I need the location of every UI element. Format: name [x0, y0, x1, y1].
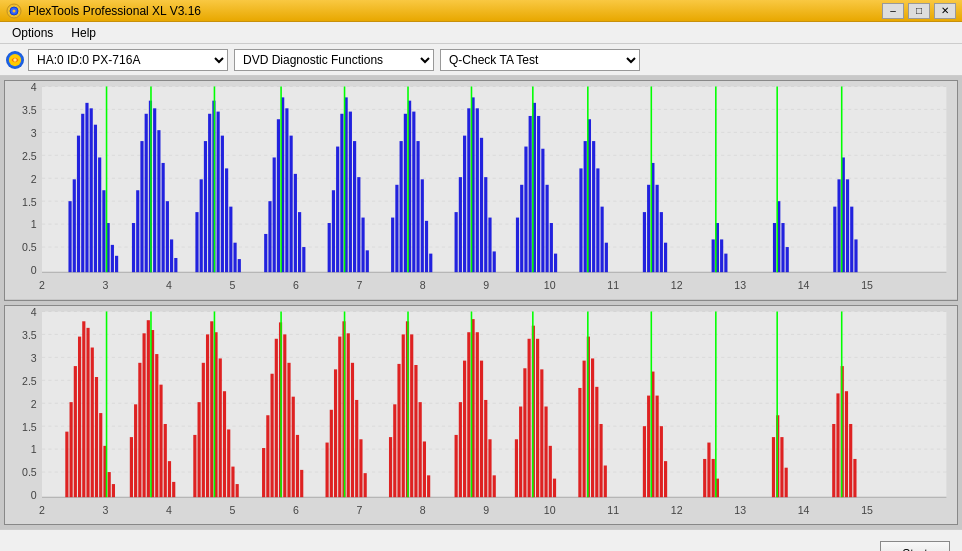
svg-text:7: 7: [356, 278, 362, 290]
charts-area: 4 3.5 3 2.5 2 1.5 1 0.5 0 2 3 4 5 6 7: [0, 76, 962, 529]
svg-rect-198: [70, 402, 73, 497]
svg-rect-149: [724, 254, 727, 273]
menu-help[interactable]: Help: [63, 24, 104, 42]
svg-rect-202: [86, 327, 89, 496]
svg-rect-276: [493, 475, 496, 497]
svg-rect-90: [340, 114, 343, 272]
svg-rect-318: [849, 423, 852, 496]
svg-rect-294: [599, 423, 602, 496]
svg-rect-204: [95, 377, 98, 497]
svg-text:4: 4: [166, 278, 172, 290]
svg-rect-148: [720, 239, 723, 272]
svg-rect-84: [298, 212, 301, 272]
svg-rect-143: [660, 212, 663, 272]
svg-rect-246: [330, 409, 333, 496]
svg-text:3: 3: [31, 351, 37, 363]
svg-rect-159: [846, 179, 849, 272]
svg-rect-154: [786, 247, 789, 272]
svg-rect-301: [660, 426, 663, 497]
svg-text:4: 4: [31, 81, 37, 93]
svg-rect-309: [772, 437, 775, 497]
maximize-button[interactable]: □: [908, 3, 930, 19]
svg-rect-228: [219, 358, 222, 497]
svg-rect-258: [397, 363, 400, 496]
test-select[interactable]: Q-Check TA Test: [440, 49, 640, 71]
svg-rect-285: [544, 406, 547, 497]
app-icon: [6, 3, 22, 19]
svg-rect-223: [198, 402, 201, 497]
svg-text:3.5: 3.5: [22, 328, 37, 340]
svg-rect-125: [537, 116, 540, 272]
svg-rect-287: [553, 478, 556, 497]
svg-text:1.5: 1.5: [22, 195, 37, 207]
svg-text:3: 3: [31, 127, 37, 139]
svg-rect-231: [231, 466, 234, 497]
svg-rect-95: [361, 218, 364, 273]
svg-rect-298: [647, 395, 650, 497]
svg-rect-126: [541, 149, 544, 272]
svg-rect-314: [832, 423, 835, 496]
svg-rect-286: [549, 445, 552, 496]
svg-text:9: 9: [483, 278, 489, 290]
svg-text:15: 15: [861, 503, 873, 515]
svg-text:2: 2: [31, 397, 37, 409]
svg-rect-109: [455, 212, 458, 272]
svg-rect-312: [785, 467, 788, 496]
svg-rect-210: [130, 437, 133, 497]
close-button[interactable]: ✕: [934, 3, 956, 19]
svg-rect-81: [285, 108, 288, 272]
svg-rect-234: [262, 448, 265, 497]
drive-select[interactable]: HA:0 ID:0 PX-716A: [28, 49, 228, 71]
menu-options[interactable]: Options: [4, 24, 61, 42]
svg-rect-164: [42, 311, 946, 497]
svg-text:6: 6: [293, 278, 299, 290]
svg-rect-67: [208, 114, 211, 272]
toolbar: HA:0 ID:0 PX-716A DVD Diagnostic Functio…: [0, 44, 962, 76]
svg-rect-214: [147, 320, 150, 497]
svg-rect-317: [845, 391, 848, 497]
svg-rect-269: [463, 360, 466, 497]
top-chart: 4 3.5 3 2.5 2 1.5 1 0.5 0 2 3 4 5 6 7: [4, 80, 958, 301]
svg-text:3: 3: [103, 278, 109, 290]
start-button[interactable]: Start: [880, 541, 950, 552]
svg-text:0: 0: [31, 264, 37, 276]
minimize-button[interactable]: –: [882, 3, 904, 19]
svg-rect-142: [656, 185, 659, 272]
svg-rect-93: [353, 141, 356, 272]
svg-rect-64: [195, 212, 198, 272]
svg-rect-242: [296, 434, 299, 496]
svg-rect-135: [596, 168, 599, 272]
svg-rect-116: [484, 177, 487, 272]
svg-rect-117: [488, 218, 491, 273]
svg-rect-225: [206, 334, 209, 497]
svg-rect-284: [540, 369, 543, 497]
svg-text:2.5: 2.5: [22, 374, 37, 386]
metrics-right: Start i: [880, 541, 950, 552]
svg-rect-99: [395, 185, 398, 272]
svg-rect-70: [221, 136, 224, 273]
svg-rect-65: [200, 179, 203, 272]
svg-rect-118: [493, 251, 496, 272]
svg-rect-237: [275, 338, 278, 496]
svg-text:2: 2: [39, 503, 45, 515]
svg-rect-132: [584, 141, 587, 272]
svg-rect-104: [416, 141, 419, 272]
svg-rect-278: [515, 439, 518, 497]
svg-rect-279: [519, 406, 522, 497]
svg-text:0: 0: [31, 489, 37, 501]
svg-rect-87: [328, 223, 331, 272]
svg-rect-49: [111, 245, 114, 272]
svg-rect-254: [364, 473, 367, 497]
svg-rect-281: [528, 338, 531, 496]
svg-rect-85: [302, 247, 305, 272]
svg-rect-151: [773, 223, 776, 272]
svg-text:13: 13: [734, 278, 746, 290]
svg-rect-46: [98, 157, 101, 272]
svg-rect-76: [264, 234, 267, 272]
svg-rect-262: [414, 364, 417, 496]
svg-rect-69: [217, 112, 220, 273]
svg-rect-267: [455, 434, 458, 496]
svg-rect-290: [583, 360, 586, 497]
function-select[interactable]: DVD Diagnostic Functions: [234, 49, 434, 71]
svg-rect-45: [94, 125, 97, 272]
